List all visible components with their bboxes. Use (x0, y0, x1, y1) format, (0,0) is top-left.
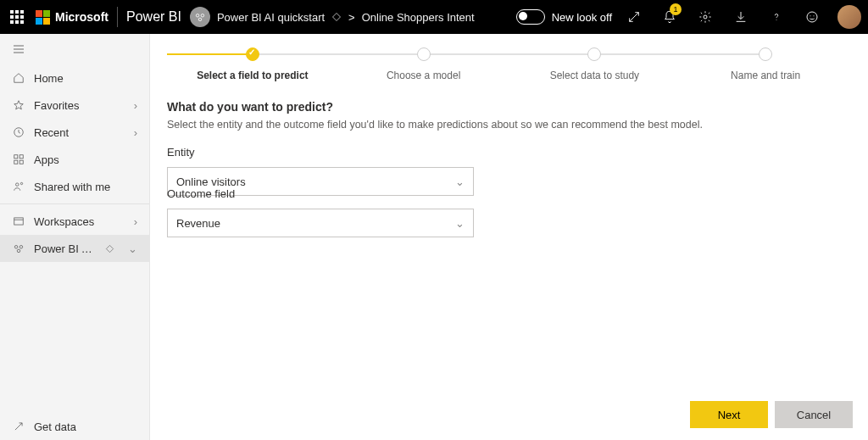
page-title: What do you want to predict? (167, 100, 828, 114)
svg-rect-9 (14, 155, 18, 159)
new-look-toggle[interactable]: New look off (516, 9, 612, 25)
cancel-button[interactable]: Cancel (775, 401, 853, 428)
divider (117, 7, 118, 27)
svg-rect-11 (14, 160, 18, 164)
sidebar-item-label: Apps (34, 153, 137, 166)
product-name: Power BI (126, 9, 181, 25)
breadcrumb-sep: > (348, 11, 355, 24)
svg-point-6 (810, 15, 810, 16)
svg-point-5 (807, 12, 817, 22)
sidebar-item-favorites[interactable]: Favorites › (0, 92, 149, 119)
workspace-icon (12, 242, 25, 254)
svg-point-16 (14, 246, 18, 249)
sidebar-item-apps[interactable]: Apps (0, 146, 149, 173)
sidebar-item-label: Recent (34, 126, 125, 139)
sidebar-item-label: Workspaces (34, 215, 125, 228)
toggle-label: New look off (552, 11, 612, 24)
sidebar-item-label: Power BI AI q... (34, 242, 97, 255)
svg-rect-10 (19, 155, 23, 159)
page-description: Select the entity and the outcome field … (167, 119, 828, 131)
main-content: Select a field to predict Choose a model… (150, 34, 868, 440)
notification-badge: 1 (670, 3, 682, 15)
step-2[interactable]: Choose a model (338, 47, 509, 81)
svg-point-4 (776, 19, 777, 20)
breadcrumb-item[interactable]: Online Shoppers Intent (362, 11, 475, 24)
breadcrumb: Power BI AI quickstart > Online Shoppers… (190, 7, 475, 27)
getdata-icon (12, 421, 25, 432)
step-dot-icon (587, 47, 601, 61)
chevron-down-icon: ⌄ (455, 217, 465, 230)
svg-rect-15 (14, 218, 24, 225)
toggle-switch-icon (516, 9, 545, 25)
outcome-value: Revenue (176, 217, 220, 230)
outcome-select[interactable]: Revenue ⌄ (167, 209, 474, 237)
chevron-right-icon: › (134, 99, 137, 112)
star-icon (12, 99, 25, 111)
app-launcher-icon[interactable] (7, 7, 27, 27)
entity-value: Online visitors (176, 175, 246, 188)
microsoft-logo: Microsoft (36, 10, 108, 25)
chevron-right-icon: › (134, 126, 137, 139)
svg-point-0 (196, 14, 199, 18)
svg-point-7 (813, 15, 814, 16)
step-label: Name and train (680, 70, 851, 81)
sidebar-item-workspaces[interactable]: Workspaces › (0, 208, 149, 235)
collapse-nav-button[interactable] (0, 34, 149, 64)
download-icon[interactable] (727, 0, 754, 34)
step-label: Select data to study (509, 70, 681, 81)
sidebar-item-label: Get data (34, 421, 137, 433)
svg-point-17 (19, 246, 23, 249)
settings-icon[interactable] (692, 0, 719, 34)
sidebar-item-label: Home (34, 72, 137, 85)
step-4[interactable]: Name and train (680, 47, 851, 81)
chevron-down-icon: ⌄ (128, 242, 137, 255)
diamond-icon (105, 244, 114, 253)
step-1[interactable]: Select a field to predict (167, 47, 338, 81)
svg-point-18 (17, 249, 20, 253)
help-icon[interactable] (763, 0, 790, 34)
form-area: What do you want to predict? Select the … (150, 85, 845, 266)
sidebar-item-label: Shared with me (34, 181, 137, 193)
chevron-down-icon: ⌄ (455, 175, 465, 188)
workspace-icon (190, 7, 210, 27)
notifications-button[interactable]: 1 (656, 0, 683, 34)
sidebar: Home Favorites › Recent › Apps Shared wi… (0, 34, 150, 440)
brand-text: Microsoft (55, 10, 108, 24)
svg-point-14 (20, 182, 22, 184)
next-button[interactable]: Next (690, 401, 768, 428)
step-label: Choose a model (338, 70, 509, 81)
feedback-icon[interactable] (798, 0, 826, 34)
svg-point-3 (704, 15, 707, 19)
breadcrumb-workspace[interactable]: Power BI AI quickstart (217, 11, 325, 24)
sidebar-item-current-workspace[interactable]: Power BI AI q... ⌄ (0, 235, 149, 262)
svg-point-13 (16, 183, 19, 187)
step-3[interactable]: Select data to study (509, 47, 681, 81)
diamond-icon (331, 12, 342, 22)
step-dot-icon (417, 47, 431, 61)
apps-icon (12, 153, 25, 165)
avatar[interactable] (837, 5, 861, 29)
topbar: Microsoft Power BI Power BI AI quickstar… (0, 0, 868, 34)
sidebar-item-label: Favorites (34, 99, 125, 112)
step-label: Select a field to predict (167, 70, 338, 81)
svg-point-1 (201, 14, 204, 18)
wizard-stepper: Select a field to predict Choose a model… (150, 34, 868, 85)
svg-rect-12 (19, 160, 23, 164)
workspaces-icon (12, 215, 25, 227)
sidebar-item-shared[interactable]: Shared with me (0, 173, 149, 200)
wizard-footer: Next Cancel (690, 401, 853, 428)
step-dot-icon (246, 47, 259, 61)
home-icon (12, 72, 25, 84)
fullscreen-icon[interactable] (620, 0, 648, 34)
clock-icon (12, 126, 25, 138)
step-dot-icon (759, 47, 772, 61)
sidebar-item-getdata[interactable]: Get data (0, 413, 149, 440)
shared-icon (12, 181, 25, 192)
sidebar-item-recent[interactable]: Recent › (0, 119, 149, 146)
svg-point-2 (198, 18, 202, 21)
outcome-label: Outcome field (167, 187, 828, 200)
chevron-right-icon: › (134, 215, 137, 228)
entity-label: Entity (167, 146, 828, 159)
sidebar-item-home[interactable]: Home (0, 64, 149, 92)
